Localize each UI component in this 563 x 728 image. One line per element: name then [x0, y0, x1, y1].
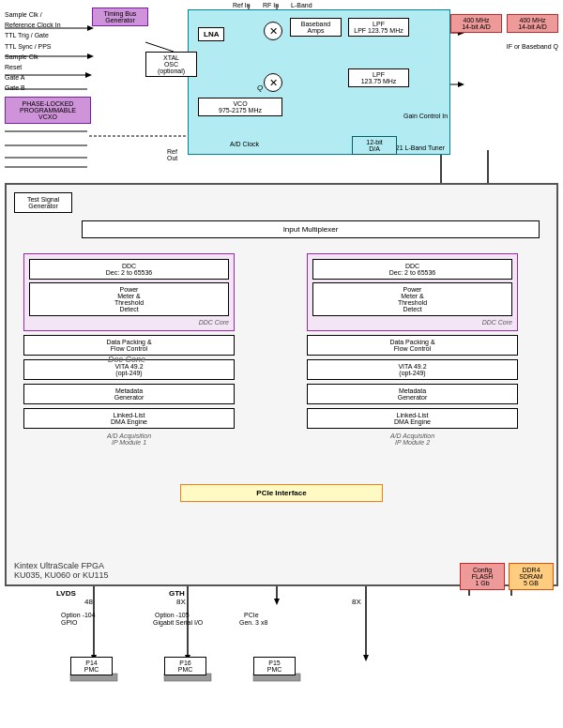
- pmc-p16: P16PMC: [164, 657, 206, 675]
- lvds-label: LVDS: [56, 589, 76, 598]
- rf-in-label: RF In: [263, 2, 279, 8]
- diagram: Sample Clk / Reference Clock In TTL Trig…: [0, 0, 563, 728]
- bb-amps-block: BasebandAmps: [290, 18, 342, 37]
- config-flash-block: ConfigFLASH1 Gb: [460, 563, 505, 590]
- left-ddc-wrapper: DDCDec: 2 to 65536 PowerMeter &Threshold…: [23, 253, 235, 331]
- ad-clock-label: A/D Clock: [230, 141, 259, 147]
- input-gate-b: Gate B: [5, 83, 61, 93]
- left-metadata-block: MetadataGenerator: [23, 384, 235, 404]
- ddr4-sdram-block: DDR4SDRAM5 GB: [509, 563, 554, 590]
- svg-line-34: [145, 42, 174, 52]
- lpf2-block: LPF123.75 MHz: [348, 68, 409, 87]
- right-ddc-core-label: DDC Core: [312, 319, 512, 326]
- da-block: 12-bitD/A: [352, 136, 397, 155]
- pcie-block: PCIe Interface: [180, 484, 383, 502]
- vcxo-block: PHASE-LOCKEDPROGRAMMABLEVCXO: [5, 97, 91, 124]
- option-2: Option -105: [155, 612, 190, 618]
- doc-cone-label: Doc Cone: [108, 355, 145, 364]
- adc2-block: 400 MHz14-bit A/D: [507, 14, 558, 33]
- input-ttl-sync: TTL Sync / PPS: [5, 41, 61, 52]
- type-2: Gigabit Serial I/O: [153, 619, 203, 626]
- mixer1-block: ✕: [264, 22, 282, 40]
- right-chain: DDCDec: 2 to 65536 PowerMeter &Threshold…: [307, 253, 518, 446]
- pmc-p15: P15PMC: [253, 657, 296, 675]
- option-1: Option -104: [61, 612, 96, 618]
- gain-control-label: Gain Control In: [403, 113, 448, 119]
- left-pwr-block: PowerMeter &ThresholdDetect: [29, 282, 229, 316]
- fpga-section: Test SignalGenerator Input Multiplexer D…: [5, 183, 558, 586]
- lpf1-block: LPFLPF 123.75 MHz: [348, 18, 409, 37]
- right-ddc-wrapper: DDCDec: 2 to 65536 PowerMeter &Threshold…: [307, 253, 518, 331]
- lna-block: LNA: [198, 27, 224, 41]
- type-1: GPIO: [61, 619, 78, 626]
- vco-block: VCO975-2175 MHz: [198, 98, 282, 116]
- test-signal-block: Test SignalGenerator: [14, 192, 72, 213]
- io-count-3: 8X: [352, 598, 361, 606]
- right-vita-block: VITA 49.2(opt-249): [307, 359, 518, 380]
- io-count-2: 8X: [176, 598, 186, 606]
- timing-bus-block: Timing BusGenerator: [92, 8, 148, 26]
- type-3: Gen. 3 x8: [239, 619, 267, 626]
- mixer2-block: ✕: [264, 73, 282, 92]
- left-ddc-core-label: DDC Core: [29, 319, 229, 326]
- left-ddc-block: DDCDec: 2 to 65536: [29, 259, 229, 280]
- input-sample-clk: Sample Clk /: [5, 9, 61, 20]
- right-ddc-block: DDCDec: 2 to 65536: [312, 259, 512, 280]
- adc1-block: 400 MHz14-bit A/D: [450, 14, 502, 33]
- input-ttl-trig: TTL Trig / Gate: [5, 30, 61, 40]
- left-chain: DDCDec: 2 to 65536 PowerMeter &Threshold…: [23, 253, 235, 446]
- option-3: PCIe: [244, 612, 259, 618]
- right-metadata-block: MetadataGenerator: [307, 384, 518, 404]
- q-label: Q: [257, 83, 263, 92]
- svg-marker-28: [458, 82, 464, 87]
- right-dma-block: Linked-ListDMA Engine: [307, 408, 518, 429]
- left-data-packing: Data Packing &Flow Control: [23, 335, 235, 356]
- io-count-1: 48: [84, 598, 93, 606]
- left-dma-block: Linked-ListDMA Engine: [23, 408, 235, 429]
- if-band-q-label: IF or Baseband Q: [507, 42, 558, 52]
- svg-marker-3: [87, 53, 94, 59]
- pmc-p14: P14PMC: [70, 657, 113, 675]
- xtal-osc-block: XTALOSC(optional): [145, 52, 197, 77]
- svg-marker-5: [85, 72, 92, 78]
- left-module-label: A/D AcquisitionIP Module 1: [23, 432, 235, 446]
- svg-marker-77: [274, 599, 280, 605]
- input-mux-block: Input Multiplexer: [82, 220, 540, 238]
- input-sample-clk2: Sample Clk: [5, 52, 61, 62]
- gth-label: GTH: [169, 589, 185, 598]
- ref-out-label: RefOut: [167, 148, 177, 161]
- input-reset: Reset: [5, 62, 61, 72]
- right-data-packing: Data Packing &Flow Control: [307, 335, 518, 356]
- right-pwr-block: PowerMeter &ThresholdDetect: [312, 282, 512, 316]
- fpga-label: Kintex UltraScale FPGA KU035, KU060 or K…: [14, 561, 109, 580]
- ref-in-label: Ref In: [233, 2, 251, 8]
- input-ref-clk: Reference Clock In: [5, 20, 61, 30]
- svg-marker-83: [363, 655, 369, 661]
- right-module-label: A/D AcquisitionIP Module 2: [307, 432, 518, 446]
- l-band-label: L-Band: [291, 2, 312, 8]
- input-gate-a: Gate A: [5, 72, 61, 83]
- tuner-block: LNA ✕ ✕ BasebandAmps LPFLPF 123.75 MHz L…: [188, 9, 450, 155]
